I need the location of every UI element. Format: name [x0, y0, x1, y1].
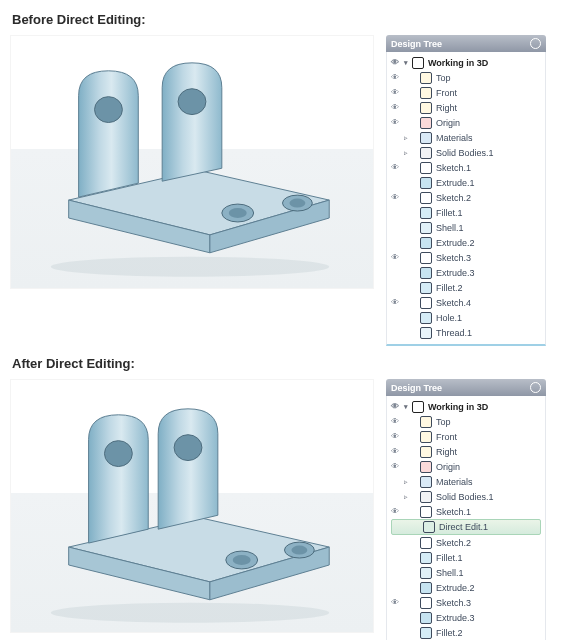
tree-node[interactable]: Sketch.2	[389, 535, 543, 550]
mat-icon	[420, 476, 432, 488]
expand-twisty-icon[interactable]: ▾	[401, 59, 411, 67]
shell-icon	[420, 567, 432, 579]
visibility-eye-icon[interactable]: 👁	[389, 447, 401, 456]
tree-node-label: Shell.1	[435, 223, 464, 233]
hole-icon	[420, 312, 432, 324]
tree-node[interactable]: 👁Sketch.1	[389, 504, 543, 519]
visibility-eye-icon[interactable]: 👁	[389, 103, 401, 112]
body-icon	[420, 491, 432, 503]
expand-twisty-icon[interactable]: ▹	[401, 478, 411, 486]
tree-node[interactable]: Hole.1	[389, 310, 543, 325]
tree-node[interactable]: 👁Top	[389, 70, 543, 85]
visibility-eye-icon[interactable]: 👁	[389, 402, 401, 411]
tree-node-label: Sketch.2	[435, 193, 471, 203]
tree-node[interactable]: 👁Top	[389, 414, 543, 429]
visibility-eye-icon[interactable]: 👁	[389, 417, 401, 426]
tree-node[interactable]: 👁Origin	[389, 115, 543, 130]
fillet-icon	[420, 207, 432, 219]
expand-twisty-icon[interactable]: ▾	[401, 403, 411, 411]
visibility-eye-icon[interactable]: 👁	[389, 462, 401, 471]
tree-node[interactable]: Extrude.3	[389, 265, 543, 280]
tree-node[interactable]: Fillet.2	[389, 280, 543, 295]
visibility-eye-icon[interactable]: 👁	[389, 298, 401, 307]
design-tree-title: Design Tree	[391, 383, 442, 393]
sketch-icon	[420, 537, 432, 549]
extrude-icon	[420, 237, 432, 249]
tree-node[interactable]: 👁Front	[389, 85, 543, 100]
tree-node[interactable]: Thread.1	[389, 325, 543, 340]
design-tree-panel-before: Design Tree 👁▾Working in 3D👁Top👁Front👁Ri…	[386, 35, 546, 346]
direct-icon	[423, 521, 435, 533]
tree-node[interactable]: Fillet.1	[389, 205, 543, 220]
tree-node-label: Sketch.3	[435, 253, 471, 263]
sketch-icon	[420, 297, 432, 309]
tree-node-label: Materials	[435, 477, 473, 487]
visibility-eye-icon[interactable]: 👁	[389, 507, 401, 516]
visibility-eye-icon[interactable]: 👁	[389, 193, 401, 202]
heading-before: Before Direct Editing:	[12, 12, 571, 27]
tree-node[interactable]: Extrude.2	[389, 580, 543, 595]
tree-node[interactable]: ▹Materials	[389, 474, 543, 489]
tree-node[interactable]: 👁Right	[389, 100, 543, 115]
tree-node[interactable]: ▹Solid Bodies.1	[389, 145, 543, 160]
tree-node-label: Direct Edit.1	[438, 522, 488, 532]
tree-node[interactable]: ▹Materials	[389, 130, 543, 145]
visibility-eye-icon[interactable]: 👁	[389, 253, 401, 262]
model-viewport-after[interactable]	[10, 379, 374, 633]
tree-node[interactable]: 👁Sketch.3	[389, 250, 543, 265]
tree-node-label: Right	[435, 103, 457, 113]
sketch-icon	[420, 192, 432, 204]
tree-node[interactable]: Shell.1	[389, 565, 543, 580]
tree-node[interactable]: ▹Solid Bodies.1	[389, 489, 543, 504]
tree-node[interactable]: Extrude.1	[389, 175, 543, 190]
tree-node[interactable]: Extrude.2	[389, 235, 543, 250]
tree-node-label: Thread.1	[435, 328, 472, 338]
body-icon	[420, 147, 432, 159]
tree-node[interactable]: 👁Sketch.2	[389, 190, 543, 205]
svg-point-14	[174, 435, 202, 461]
tree-node[interactable]: 👁▾Working in 3D	[389, 399, 543, 414]
tree-node[interactable]: Extrude.3	[389, 610, 543, 625]
tree-node-label: Extrude.3	[435, 268, 475, 278]
tree-node[interactable]: 👁Sketch.1	[389, 160, 543, 175]
tree-node-label: Front	[435, 88, 457, 98]
visibility-eye-icon[interactable]: 👁	[389, 118, 401, 127]
visibility-eye-icon[interactable]: 👁	[389, 432, 401, 441]
visibility-eye-icon[interactable]: 👁	[389, 163, 401, 172]
tree-node-label: Fillet.2	[435, 283, 463, 293]
tree-node[interactable]: 👁Sketch.3	[389, 595, 543, 610]
tree-node[interactable]: 👁▾Working in 3D	[389, 55, 543, 70]
tree-node-label: Right	[435, 447, 457, 457]
visibility-eye-icon[interactable]: 👁	[389, 73, 401, 82]
plane-icon	[420, 102, 432, 114]
expand-twisty-icon[interactable]: ▹	[401, 493, 411, 501]
tree-node[interactable]: Shell.1	[389, 220, 543, 235]
plane-icon	[420, 87, 432, 99]
tree-node-label: Fillet.1	[435, 553, 463, 563]
tree-node-label: Fillet.1	[435, 208, 463, 218]
work3d-icon	[412, 401, 424, 413]
tree-node-label: Solid Bodies.1	[435, 148, 494, 158]
design-tree-title: Design Tree	[391, 39, 442, 49]
model-viewport-before[interactable]	[10, 35, 374, 289]
tree-node[interactable]: 👁Sketch.4	[389, 295, 543, 310]
gear-icon[interactable]	[530, 38, 541, 49]
mat-icon	[420, 132, 432, 144]
tree-node[interactable]: 👁Front	[389, 429, 543, 444]
tree-node-label: Origin	[435, 118, 460, 128]
tree-node[interactable]: Fillet.2	[389, 625, 543, 640]
expand-twisty-icon[interactable]: ▹	[401, 134, 411, 142]
tree-node[interactable]: 👁Origin	[389, 459, 543, 474]
visibility-eye-icon[interactable]: 👁	[389, 58, 401, 67]
tree-node-label: Fillet.2	[435, 628, 463, 638]
visibility-eye-icon[interactable]: 👁	[389, 598, 401, 607]
tree-node[interactable]: 👁Right	[389, 444, 543, 459]
tree-node-label: Top	[435, 417, 451, 427]
visibility-eye-icon[interactable]: 👁	[389, 88, 401, 97]
tree-node[interactable]: Fillet.1	[389, 550, 543, 565]
sketch-icon	[420, 252, 432, 264]
tree-node-label: Materials	[435, 133, 473, 143]
tree-node[interactable]: Direct Edit.1	[391, 519, 541, 535]
gear-icon[interactable]	[530, 382, 541, 393]
expand-twisty-icon[interactable]: ▹	[401, 149, 411, 157]
